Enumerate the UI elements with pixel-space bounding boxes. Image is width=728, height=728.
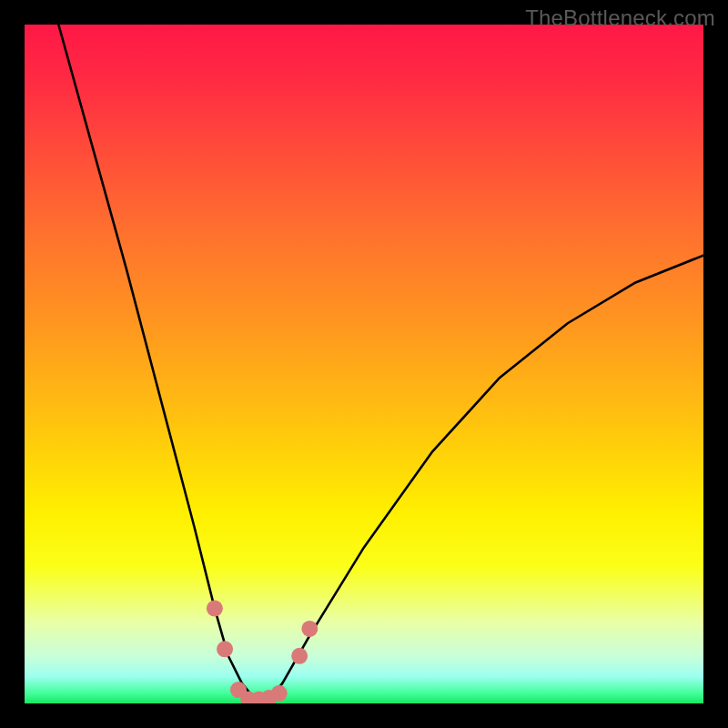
chart-frame: TheBottleneck.com (0, 0, 728, 728)
marker-valley-5 (271, 685, 288, 702)
chart-svg (25, 25, 703, 703)
marker-right-lower (291, 648, 308, 664)
watermark-text: TheBottleneck.com (525, 5, 715, 31)
marker-layer (207, 601, 318, 703)
marker-right-upper (301, 621, 318, 637)
marker-left-upper (207, 601, 223, 617)
bottleneck-curve (58, 25, 703, 700)
curve-layer (58, 25, 703, 700)
marker-left-lower (217, 641, 233, 657)
plot-area (25, 25, 703, 703)
